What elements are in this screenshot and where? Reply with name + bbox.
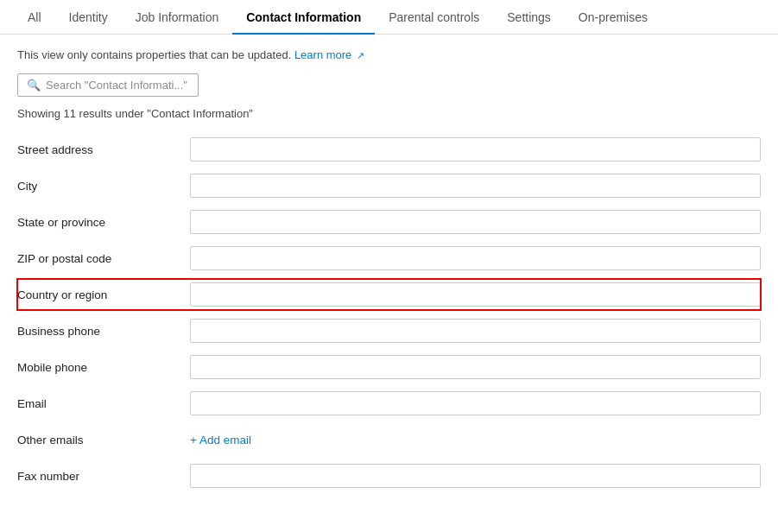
field-input-country-region[interactable] — [190, 282, 761, 307]
field-label-fax-number: Fax number — [17, 465, 190, 488]
main-content: This view only contains properties that … — [0, 35, 778, 510]
field-label-email: Email — [17, 392, 190, 415]
field-label-state-province: State or province — [17, 211, 190, 234]
search-box[interactable]: 🔍 Search "Contact Informati..." — [17, 73, 199, 97]
field-label-business-phone: Business phone — [17, 320, 190, 343]
tab-bar: AllIdentityJob InformationContact Inform… — [0, 0, 778, 35]
field-row-street-address: Street address — [17, 134, 761, 165]
tab-parental-controls[interactable]: Parental controls — [375, 0, 493, 35]
info-bar-text: This view only contains properties that … — [17, 48, 291, 61]
field-input-city[interactable] — [190, 174, 761, 198]
field-input-mobile-phone[interactable] — [190, 355, 761, 379]
tab-on-premises[interactable]: On-premises — [565, 0, 661, 35]
field-label-other-emails: Other emails — [17, 428, 190, 452]
tab-contact-information[interactable]: Contact Information — [232, 0, 375, 35]
field-row-fax-number: Fax number — [17, 460, 761, 491]
field-label-mobile-phone: Mobile phone — [17, 356, 190, 379]
add-email-button[interactable]: + Add email — [190, 430, 251, 450]
field-row-other-emails: Other emails+ Add email — [17, 424, 761, 455]
field-input-email[interactable] — [190, 391, 761, 415]
field-input-fax-number[interactable] — [190, 464, 761, 488]
field-row-mobile-phone: Mobile phone — [17, 352, 761, 383]
field-row-country-region: Country or region — [17, 279, 761, 310]
field-input-street-address[interactable] — [190, 137, 761, 162]
search-icon: 🔍 — [27, 79, 41, 92]
tab-identity[interactable]: Identity — [55, 0, 122, 35]
field-input-zip-postal[interactable] — [190, 246, 761, 270]
field-row-state-province: State or province — [17, 206, 761, 238]
tab-job-information[interactable]: Job Information — [122, 0, 233, 35]
field-label-country-region: Country or region — [17, 283, 190, 307]
info-bar: This view only contains properties that … — [17, 48, 761, 61]
results-label: Showing 11 results under "Contact Inform… — [17, 107, 761, 120]
learn-more-link[interactable]: Learn more ↗ — [294, 48, 364, 61]
search-placeholder: Search "Contact Informati..." — [46, 79, 187, 92]
field-row-zip-postal: ZIP or postal code — [17, 243, 761, 274]
field-row-email: Email — [17, 388, 761, 419]
field-label-city: City — [17, 174, 190, 198]
field-row-city: City — [17, 170, 761, 201]
field-input-business-phone[interactable] — [190, 319, 761, 343]
field-input-state-province[interactable] — [190, 210, 761, 234]
field-label-zip-postal: ZIP or postal code — [17, 247, 190, 270]
tab-settings[interactable]: Settings — [493, 0, 565, 35]
tab-all[interactable]: All — [14, 0, 55, 35]
external-link-icon: ↗ — [357, 50, 364, 61]
field-label-street-address: Street address — [17, 138, 190, 162]
form-container: Street addressCityState or provinceZIP o… — [17, 134, 761, 497]
field-row-business-phone: Business phone — [17, 315, 761, 346]
